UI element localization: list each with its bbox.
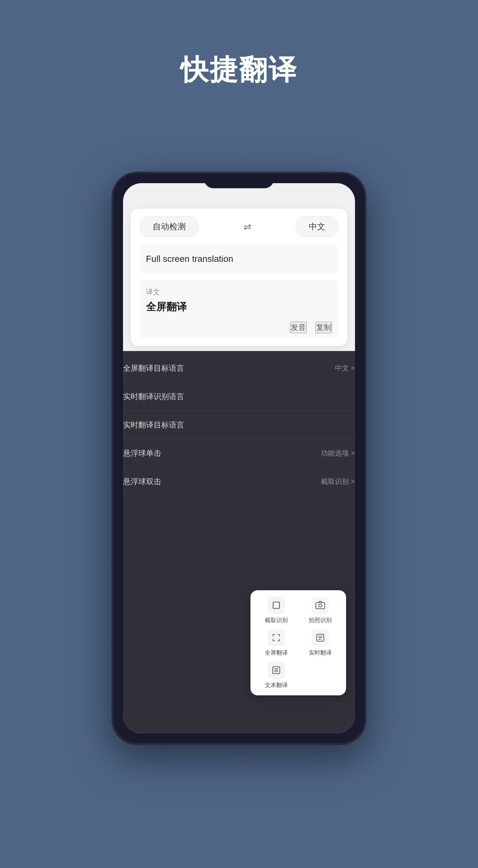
swap-language-icon[interactable]: ⇌ (243, 221, 251, 232)
phone-notch (204, 174, 274, 188)
crop-label: 截取识别 (265, 616, 288, 624)
phone-mockup: 自动检测 ⇌ 中文 Full screen translation 译文 全屏翻… (112, 172, 366, 745)
result-text: 全屏翻译 (146, 300, 332, 314)
camera-label: 拍照识别 (309, 616, 332, 624)
source-language-button[interactable]: 自动检测 (140, 216, 199, 237)
settings-row-realtime-source-lang[interactable]: 实时翻译识别语言 (123, 382, 355, 411)
realtime-icon (312, 629, 329, 646)
pronounce-button[interactable]: 发音 (290, 322, 306, 333)
translation-card: 自动检测 ⇌ 中文 Full screen translation 译文 全屏翻… (131, 209, 347, 346)
quick-action-text[interactable]: 文本翻译 (257, 661, 296, 689)
settings-row-float-double-click[interactable]: 悬浮球双击 截取识别 > (123, 468, 355, 496)
input-text: Full screen translation (146, 254, 233, 264)
setting-value-float-single-click: 功能选项 > (321, 448, 355, 458)
setting-label-realtime-target-lang: 实时翻译目标语言 (123, 420, 184, 430)
fullscreen-icon (268, 629, 285, 646)
input-box[interactable]: Full screen translation (140, 245, 338, 273)
quick-action-crop[interactable]: 截取识别 (257, 597, 296, 624)
setting-label-realtime-source-lang: 实时翻译识别语言 (123, 392, 184, 402)
setting-label-float-double-click: 悬浮球双击 (123, 476, 161, 487)
copy-button[interactable]: 复制 (316, 322, 332, 333)
quick-action-fullscreen[interactable]: 全屏翻译 (257, 629, 296, 656)
setting-value-float-double-click: 截取识别 > (321, 477, 355, 487)
text-translate-icon (268, 661, 285, 679)
result-box: 译文 全屏翻译 发音 复制 (140, 280, 338, 338)
svg-rect-0 (273, 602, 279, 609)
crop-icon (268, 597, 285, 614)
settings-row-realtime-target-lang[interactable]: 实时翻译目标语言 (123, 411, 355, 439)
svg-point-6 (319, 604, 322, 607)
page-title: 快捷翻译 (180, 51, 298, 89)
result-actions: 发音 复制 (146, 322, 332, 333)
setting-label-float-single-click: 悬浮球单击 (123, 448, 161, 458)
camera-icon (312, 597, 329, 614)
realtime-label: 实时翻译 (309, 649, 332, 656)
settings-row-float-single-click[interactable]: 悬浮球单击 功能选项 > (123, 439, 355, 468)
setting-value-fullscreen-target-lang: 中文 > (335, 364, 355, 373)
settings-row-fullscreen-target-lang[interactable]: 全屏翻译目标语言 中文 > (123, 354, 355, 382)
result-label: 译文 (146, 287, 332, 297)
setting-label-fullscreen-target-lang: 全屏翻译目标语言 (123, 363, 184, 373)
text-translate-label: 文本翻译 (265, 681, 288, 689)
quick-action-realtime[interactable]: 实时翻译 (301, 629, 340, 656)
fullscreen-label: 全屏翻译 (265, 649, 288, 656)
settings-section: 全屏翻译目标语言 中文 > 实时翻译识别语言 实时翻译目标语言 悬浮球单击 功能… (123, 351, 355, 734)
svg-rect-5 (316, 603, 325, 609)
language-selector-row: 自动检测 ⇌ 中文 (140, 216, 338, 237)
target-language-button[interactable]: 中文 (296, 216, 338, 237)
quick-action-panel: 截取识别 拍照识别 (250, 590, 346, 695)
quick-action-camera[interactable]: 拍照识别 (301, 597, 340, 624)
phone-screen: 自动检测 ⇌ 中文 Full screen translation 译文 全屏翻… (123, 183, 355, 734)
